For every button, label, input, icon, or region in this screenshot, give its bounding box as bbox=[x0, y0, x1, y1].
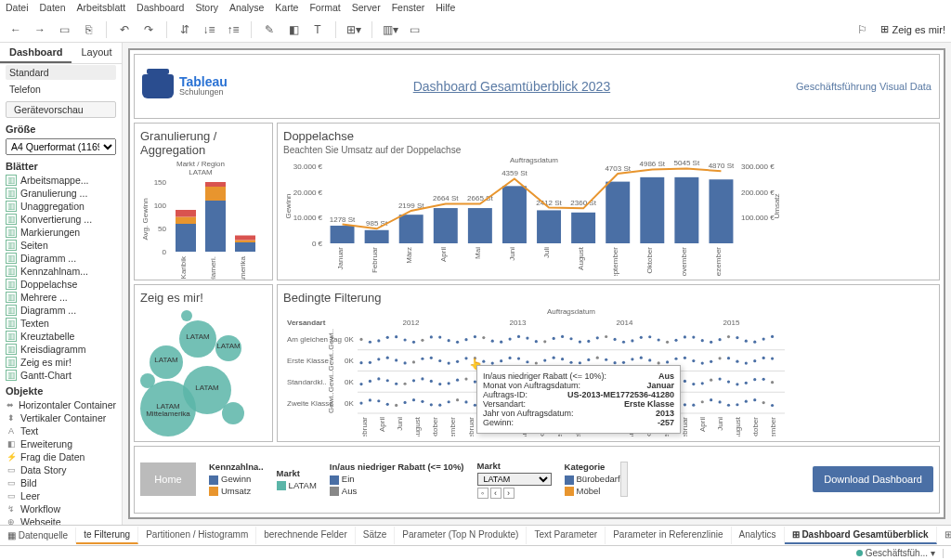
dashboard-title[interactable]: Dashboard Gesamtüberblick 2023 bbox=[413, 79, 610, 94]
object-item[interactable]: ⬍Vertikaler Container bbox=[0, 411, 122, 424]
object-item[interactable]: ↯Workflow bbox=[0, 502, 122, 515]
svg-point-253 bbox=[438, 403, 441, 406]
sheet-item[interactable]: ▥Zeig es mir! bbox=[0, 356, 122, 369]
object-item[interactable]: ◧Erweiterung bbox=[0, 437, 122, 450]
back-icon[interactable]: ← bbox=[6, 20, 26, 40]
object-item[interactable]: ⚡Frag die Daten bbox=[0, 450, 122, 463]
sheet-item[interactable]: ▥Granulierung ... bbox=[0, 187, 122, 200]
legend-row: Home Kennzahlna.. Gewinn Umsatz Markt LA… bbox=[134, 446, 940, 514]
doppelachse-chart[interactable]: Auftragsdatum0 €10.000 €20.000 €30.000 €… bbox=[283, 155, 785, 276]
sheet-tab[interactable]: berechnende Felder bbox=[256, 527, 356, 544]
worksheet-icon: ▥ bbox=[6, 279, 17, 290]
svg-text:März: März bbox=[405, 247, 413, 264]
fit-icon[interactable]: ⊞▾ bbox=[344, 20, 364, 40]
swap-icon[interactable]: ⇵ bbox=[175, 20, 195, 40]
sheet-item[interactable]: ▥Diagramm ... bbox=[0, 252, 122, 265]
markt-select[interactable]: LATAM bbox=[477, 473, 552, 486]
pager[interactable]: ◦‹› bbox=[477, 488, 552, 499]
tab-layout[interactable]: Layout bbox=[72, 43, 121, 63]
granulation-chart[interactable]: Markt / RegionLATAMAvg. Gewinn050100150K… bbox=[140, 159, 261, 280]
object-item[interactable]: ▭Leer bbox=[0, 489, 122, 502]
device-standard[interactable]: Standard bbox=[6, 65, 116, 80]
sheet-tabs: ▦ Datenquelle te FilterungPartitionen / … bbox=[0, 525, 951, 545]
object-item[interactable]: ▭Data Story bbox=[0, 463, 122, 476]
redo-icon[interactable]: ↷ bbox=[138, 20, 159, 40]
sheet-tab[interactable]: Parameter in Referenzlinie bbox=[606, 527, 731, 544]
show-me-button[interactable]: ⊞ Zeig es mir! bbox=[880, 23, 945, 35]
menu-datei[interactable]: Datei bbox=[6, 2, 29, 15]
sheet-item[interactable]: ▥Kreuztabelle bbox=[0, 330, 122, 343]
sheet-tab[interactable]: Partitionen / Histogramm bbox=[138, 527, 256, 544]
object-item[interactable]: ▭Bild bbox=[0, 476, 122, 489]
text-icon[interactable]: T bbox=[307, 20, 328, 40]
legend-markt: Markt LATAM bbox=[277, 468, 317, 491]
sheet-item[interactable]: ▥Mehrere ... bbox=[0, 291, 122, 304]
new-datasource-icon[interactable]: ⎘ bbox=[78, 20, 98, 40]
svg-point-133 bbox=[753, 340, 756, 343]
object-item[interactable]: AText bbox=[0, 424, 122, 437]
object-item[interactable]: ⊕Webseite bbox=[0, 515, 122, 525]
svg-point-291 bbox=[771, 403, 774, 406]
menu-format[interactable]: Format bbox=[309, 2, 340, 15]
sheet-item[interactable]: ▥Diagramm ... bbox=[0, 304, 122, 317]
sheet-item[interactable]: ▥Konvertierung ... bbox=[0, 213, 122, 226]
tab-datasource[interactable]: ▦ Datenquelle bbox=[0, 527, 76, 543]
menu-analyse[interactable]: Analyse bbox=[229, 2, 264, 15]
menu-dashboard[interactable]: Dashboard bbox=[137, 2, 184, 15]
home-button[interactable]: Home bbox=[140, 462, 196, 496]
svg-point-146 bbox=[412, 360, 415, 363]
sheet-item[interactable]: ▥Unaggregation bbox=[0, 200, 122, 213]
menu-hilfe[interactable]: Hilfe bbox=[436, 2, 455, 15]
logo-icon bbox=[142, 74, 174, 98]
sheet-tab[interactable]: Sätze bbox=[356, 527, 396, 544]
svg-text:LATAM: LATAM bbox=[186, 332, 210, 341]
svg-point-111 bbox=[561, 334, 564, 337]
svg-point-256 bbox=[464, 400, 467, 403]
show-cards-icon[interactable]: ▥▾ bbox=[380, 20, 400, 40]
sheet-tab[interactable]: te Filterung bbox=[76, 527, 138, 544]
sheet-item[interactable]: ▥Kennzahlnam... bbox=[0, 265, 122, 278]
sort-desc-icon[interactable]: ↑≡ bbox=[223, 20, 243, 40]
undo-icon[interactable]: ↶ bbox=[114, 20, 135, 40]
sheet-item[interactable]: ▥Gantt-Chart bbox=[0, 369, 122, 382]
presentation-icon[interactable]: ▭ bbox=[404, 20, 424, 40]
device-preview-button[interactable]: Gerätevorschau bbox=[6, 101, 116, 118]
highlight-icon[interactable]: ✎ bbox=[259, 20, 280, 40]
sheet-item[interactable]: ▥Texten bbox=[0, 317, 122, 330]
menu-karte[interactable]: Karte bbox=[275, 2, 298, 15]
sheet-item[interactable]: ▥Markierungen bbox=[0, 226, 122, 239]
sort-asc-icon[interactable]: ↓≡ bbox=[199, 20, 219, 40]
object-item[interactable]: ⬌Horizontaler Container bbox=[0, 398, 122, 411]
svg-rect-41 bbox=[468, 208, 492, 243]
menu-daten[interactable]: Daten bbox=[40, 2, 66, 15]
guide-icon[interactable]: ⚐ bbox=[853, 20, 873, 40]
menu-fenster[interactable]: Fenster bbox=[392, 2, 425, 15]
status-connection[interactable]: Geschäftsfüh...▾ bbox=[856, 548, 935, 558]
svg-point-201 bbox=[438, 382, 441, 384]
device-phone[interactable]: Telefon bbox=[6, 82, 116, 97]
menu-story[interactable]: Story bbox=[195, 2, 218, 15]
svg-point-287 bbox=[736, 403, 738, 406]
download-button[interactable]: Download Dashboard bbox=[813, 466, 933, 492]
sheet-item[interactable]: ▥Arbeitsmappe... bbox=[0, 174, 122, 187]
menu-arbeitsblatt[interactable]: Arbeitsblatt bbox=[77, 2, 126, 15]
sheet-tab[interactable]: Analytics bbox=[732, 527, 785, 544]
sheet-tab[interactable]: Parameter (Top N Produkte) bbox=[395, 527, 527, 544]
object-icon: ↯ bbox=[6, 503, 17, 514]
bubble-chart[interactable]: LATAMMittelamerikaLATAMLATAMLATAMLATAM bbox=[140, 306, 261, 436]
sheet-tab[interactable]: ⊞ Dashboard Gesamtüberblick bbox=[785, 527, 937, 544]
size-select[interactable]: A4 Querformat (1169 x 827) bbox=[6, 138, 116, 155]
svg-text:Südamerika: Südamerika bbox=[239, 255, 247, 280]
tab-dashboard[interactable]: Dashboard bbox=[0, 43, 72, 63]
sheet-item[interactable]: ▥Kreisdiagramm bbox=[0, 343, 122, 356]
menu-server[interactable]: Server bbox=[352, 2, 381, 15]
save-icon[interactable]: ▭ bbox=[54, 20, 74, 40]
svg-text:Mittelamerika: Mittelamerika bbox=[146, 410, 190, 418]
forward-icon[interactable]: → bbox=[30, 20, 50, 40]
sheet-tab[interactable]: ⊞ Dashboard Newelements bbox=[937, 527, 951, 544]
svg-text:5045 St: 5045 St bbox=[674, 159, 700, 167]
sheet-tab[interactable]: Text Parameter bbox=[527, 527, 606, 544]
group-icon[interactable]: ◧ bbox=[283, 20, 304, 40]
sheet-item[interactable]: ▥Doppelachse bbox=[0, 278, 122, 291]
sheet-item[interactable]: ▥Seiten bbox=[0, 239, 122, 252]
